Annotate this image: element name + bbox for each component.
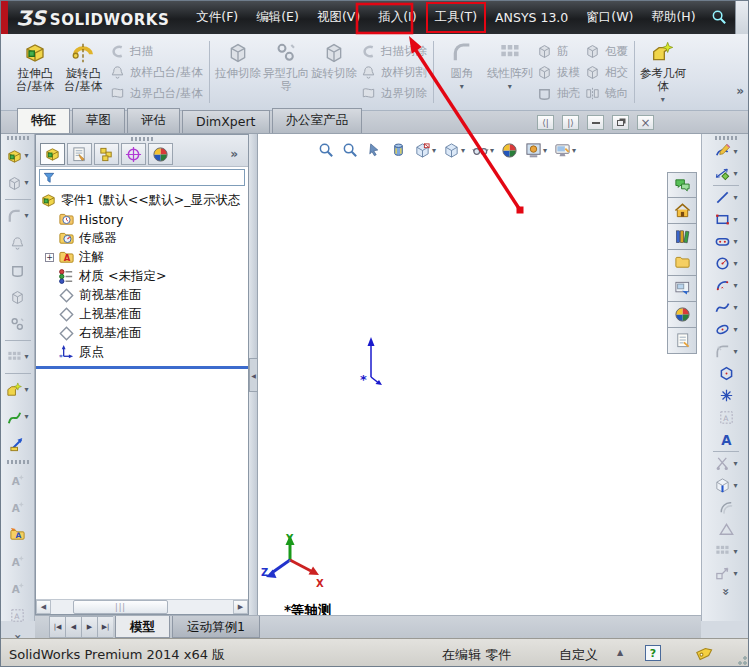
lt-rib-button[interactable] bbox=[9, 232, 26, 254]
lt-shell-button[interactable] bbox=[9, 259, 26, 281]
pane-left-toggle-icon[interactable]: ⟨| bbox=[537, 115, 554, 130]
scrollbar-thumb[interactable]: ||| bbox=[73, 600, 168, 614]
rt-line-button[interactable]: ▾ bbox=[714, 187, 737, 208]
doc-close-button[interactable]: × bbox=[637, 115, 654, 130]
boundary-cut-button[interactable]: 边界切除 bbox=[360, 83, 427, 103]
tree-item-material[interactable]: 材质 <未指定> bbox=[36, 267, 248, 286]
toolbar-drag-handle[interactable] bbox=[7, 136, 29, 140]
rt-trim-entities-button[interactable]: ▾ bbox=[714, 453, 737, 474]
zoom-to-fit-button[interactable] bbox=[316, 140, 337, 161]
toolbar-drag-handle[interactable] bbox=[715, 136, 737, 140]
tag-icon[interactable] bbox=[695, 643, 715, 663]
lt-rebuild-block-button[interactable] bbox=[9, 577, 26, 599]
rt-sketch-fillet-button[interactable]: ▾ bbox=[714, 341, 737, 362]
menu-tools[interactable]: 工具(T) bbox=[426, 2, 486, 33]
swept-boss-button[interactable]: 扫描 bbox=[109, 41, 203, 61]
lt-make-block-button[interactable] bbox=[9, 469, 26, 491]
lt-extruded-boss-button[interactable]: ▾ bbox=[6, 145, 28, 167]
rt-sketch-pattern-button[interactable] bbox=[718, 407, 735, 428]
swept-cut-button[interactable]: 扫描切除 bbox=[360, 41, 427, 61]
model-tab[interactable]: 模型 bbox=[115, 616, 170, 638]
panel-tabs-overflow-button[interactable]: » bbox=[230, 147, 238, 161]
lt-add-block-button[interactable] bbox=[9, 550, 26, 572]
scroll-left-button[interactable]: ◀ bbox=[36, 600, 51, 614]
rt-circle-button[interactable]: ▾ bbox=[714, 253, 737, 274]
lt-instant3d-button[interactable] bbox=[9, 433, 26, 455]
search-icon[interactable] bbox=[705, 9, 735, 26]
view-palette-tab[interactable] bbox=[667, 276, 697, 302]
rt-move-entities-button[interactable]: ▾ bbox=[714, 563, 737, 584]
rt-text-button[interactable] bbox=[718, 429, 735, 450]
reference-geometry-button[interactable]: 参考几何体 ▾ bbox=[639, 36, 687, 108]
hide-show-items-button[interactable]: ▾ bbox=[470, 140, 496, 161]
display-style-button[interactable]: ▾ bbox=[441, 140, 467, 161]
displaymanager-tab[interactable] bbox=[148, 143, 173, 165]
tree-item-top-plane[interactable]: 上视基准面 bbox=[36, 305, 248, 324]
lt-hole-wizard-button[interactable] bbox=[9, 313, 26, 335]
rt-sketch-button[interactable]: ▾ bbox=[714, 141, 737, 162]
rt-point-button[interactable] bbox=[718, 385, 735, 406]
extruded-cut-button[interactable]: 拉伸切除 bbox=[214, 36, 262, 108]
first-tab-button[interactable]: |◀ bbox=[49, 616, 65, 638]
tab-sketch[interactable]: 草图 bbox=[72, 108, 125, 133]
rt-convert-entities-button[interactable]: ▾ bbox=[714, 475, 737, 496]
intersect-button[interactable]: 相交 bbox=[584, 62, 628, 82]
file-explorer-tab[interactable] bbox=[667, 250, 697, 276]
menu-help[interactable]: 帮助(H) bbox=[642, 2, 704, 33]
solidworks-resources-tab[interactable] bbox=[667, 198, 697, 224]
tree-filter-input[interactable] bbox=[59, 172, 242, 184]
tree-item-origin[interactable]: 原点 bbox=[36, 343, 248, 362]
tree-item-history[interactable]: History bbox=[36, 210, 248, 229]
lt-reference-geometry-button[interactable]: ▾ bbox=[6, 379, 28, 401]
pane-right-toggle-icon[interactable]: |⟩ bbox=[562, 115, 579, 130]
wrap-button[interactable]: 包覆 bbox=[584, 41, 628, 61]
next-tab-button[interactable]: ▶ bbox=[81, 616, 97, 638]
menu-view[interactable]: 视图(V) bbox=[308, 2, 369, 33]
menu-ansys[interactable]: ANSYS 13.0 bbox=[486, 3, 577, 32]
design-library-tab[interactable] bbox=[667, 224, 697, 250]
doc-minimize-button[interactable] bbox=[587, 115, 604, 130]
view-settings-button[interactable]: ▾ bbox=[552, 140, 578, 161]
tree-item-front-plane[interactable]: 前视基准面 bbox=[36, 286, 248, 305]
scroll-right-button[interactable]: ▶ bbox=[233, 600, 248, 614]
rt-linear-sketch-pattern-button[interactable]: ▾ bbox=[714, 541, 737, 562]
expand-plus-icon[interactable]: + bbox=[45, 253, 54, 262]
menu-window[interactable]: 窗口(W) bbox=[577, 2, 642, 33]
panel-drag-handle[interactable] bbox=[131, 137, 153, 141]
panel-splitter[interactable]: ◀ bbox=[249, 134, 258, 621]
ribbon-overflow-button[interactable]: » bbox=[732, 36, 749, 108]
rt-offset-entities-button[interactable] bbox=[718, 497, 735, 518]
solidworks-forum-tab[interactable] bbox=[667, 172, 697, 198]
revolved-boss-base-button[interactable]: 旋转凸台/基体 bbox=[59, 36, 107, 108]
tab-features[interactable]: 特征 bbox=[17, 108, 70, 133]
lt-extruded-cut-button[interactable]: ▾ bbox=[6, 172, 28, 194]
menu-file[interactable]: 文件(F) bbox=[187, 2, 247, 33]
mirror-button[interactable]: 镜向 bbox=[584, 83, 628, 103]
rt-smart-dimension-button[interactable]: ▾ bbox=[714, 163, 737, 184]
tree-root-part[interactable]: 零件1 (默认<<默认>_显示状态 bbox=[36, 191, 248, 210]
draft-button[interactable]: 拔模 bbox=[536, 62, 580, 82]
tree-item-right-plane[interactable]: 右视基准面 bbox=[36, 324, 248, 343]
lt-linear-pattern-button[interactable]: ▾ bbox=[6, 346, 28, 368]
rt-centerpoint-arc-button[interactable]: ▾ bbox=[714, 275, 737, 296]
lt-curves-button[interactable]: ▾ bbox=[6, 406, 28, 428]
rib-button[interactable]: 筋 bbox=[536, 41, 580, 61]
previous-view-button[interactable] bbox=[364, 140, 385, 161]
right-toolbar-overflow-button[interactable]: » bbox=[719, 588, 733, 596]
menu-insert[interactable]: 插入(I) bbox=[369, 2, 425, 33]
prev-tab-button[interactable]: ◀ bbox=[65, 616, 81, 638]
view-orientation-button[interactable]: ▾ bbox=[412, 140, 438, 161]
lt-fillet-button[interactable]: ▾ bbox=[6, 205, 28, 227]
lt-draft-button[interactable] bbox=[9, 286, 26, 308]
tab-dimxpert[interactable]: DimXpert bbox=[182, 110, 270, 133]
rt-straight-slot-button[interactable]: ▾ bbox=[714, 231, 737, 252]
tab-office-products[interactable]: 办公室产品 bbox=[272, 108, 363, 133]
customize-status-label[interactable]: 自定义 bbox=[559, 646, 598, 664]
extruded-boss-base-button[interactable]: 拉伸凸台/基体 bbox=[11, 36, 59, 108]
lofted-boss-button[interactable]: 放样凸台/基体 bbox=[109, 62, 203, 82]
rt-mirror-entities-button[interactable] bbox=[718, 519, 735, 540]
customize-caret-icon[interactable]: ▲ bbox=[617, 648, 623, 657]
status-help-icon[interactable]: ? bbox=[645, 645, 661, 661]
featuremanager-tab[interactable] bbox=[40, 143, 65, 165]
appearances-tab[interactable] bbox=[667, 302, 697, 328]
